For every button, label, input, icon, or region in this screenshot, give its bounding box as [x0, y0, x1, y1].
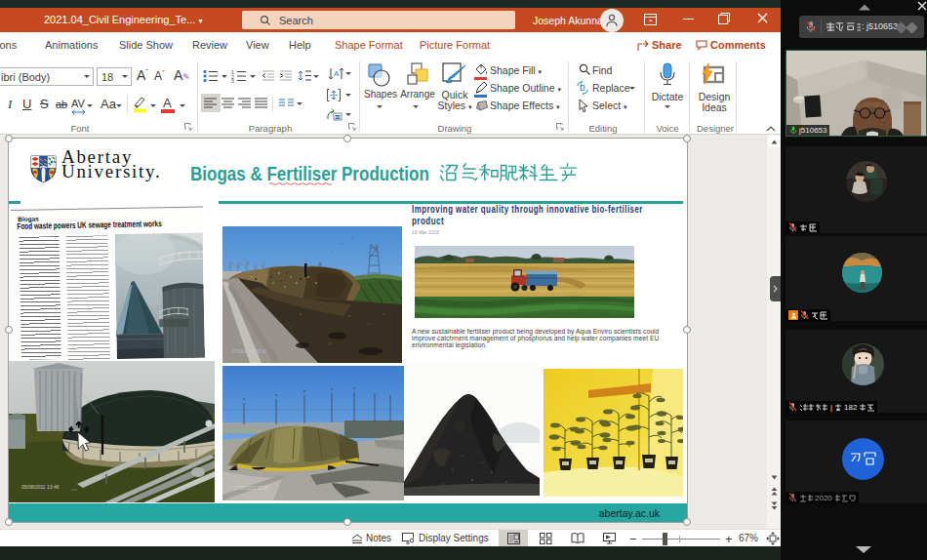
svg-text:A: A — [334, 69, 340, 78]
svg-text:17/03/2015 15:36: 17/03/2015 15:36 — [232, 349, 267, 354]
svg-text:17/03/2015 15:38: 17/03/2015 15:38 — [234, 486, 269, 491]
svg-text:b: b — [580, 82, 585, 93]
svg-text:3: 3 — [231, 78, 234, 83]
svg-text:05/08/2011 13:46: 05/08/2011 13:46 — [21, 484, 60, 490]
